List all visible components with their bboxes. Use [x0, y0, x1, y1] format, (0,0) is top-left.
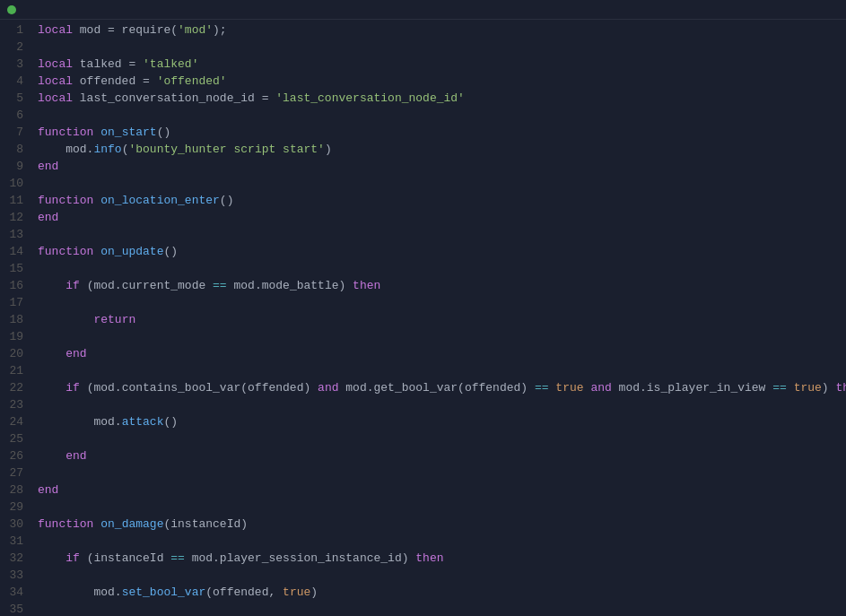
line-number: 11	[7, 192, 23, 209]
line-number: 27	[7, 464, 23, 482]
line-number: 21	[7, 362, 23, 379]
line-number: 32	[7, 550, 23, 567]
code-editor: 1234567891011121314151617181920212223242…	[0, 20, 846, 616]
code-line	[38, 430, 846, 447]
code-line: mod.set_bool_var(offended, true)	[38, 584, 846, 601]
code-line: mod.attack()	[38, 413, 846, 430]
code-line: if (instanceId == mod.player_session_ins…	[38, 550, 846, 567]
code-line	[38, 328, 846, 345]
line-number: 10	[7, 175, 23, 192]
line-number: 28	[7, 482, 23, 499]
code-line: function on_start()	[38, 124, 846, 141]
code-line: function on_location_enter()	[38, 192, 846, 209]
code-line: return	[38, 311, 846, 328]
line-number: 19	[7, 328, 23, 345]
code-line	[38, 601, 846, 616]
code-line	[38, 107, 846, 124]
line-numbers: 1234567891011121314151617181920212223242…	[0, 20, 34, 616]
line-number: 26	[7, 447, 23, 464]
file-icon	[7, 5, 16, 14]
line-number: 12	[7, 209, 23, 226]
line-number: 20	[7, 345, 23, 362]
code-line: end	[38, 209, 846, 226]
line-number: 24	[7, 413, 23, 430]
code-line	[38, 175, 846, 192]
line-number: 8	[7, 141, 23, 158]
line-number: 25	[7, 430, 23, 447]
code-line: end	[38, 482, 846, 499]
line-number: 22	[7, 379, 23, 396]
code-line	[38, 396, 846, 413]
code-line	[38, 464, 846, 482]
line-number: 4	[7, 73, 23, 90]
code-line: end	[38, 447, 846, 464]
line-number: 18	[7, 311, 23, 328]
code-line	[38, 226, 846, 243]
code-line	[38, 362, 846, 379]
line-number: 34	[7, 584, 23, 601]
line-number: 16	[7, 277, 23, 294]
line-number: 7	[7, 124, 23, 141]
line-number: 13	[7, 226, 23, 243]
code-line: if (mod.contains_bool_var(offended) and …	[38, 379, 846, 396]
line-number: 17	[7, 294, 23, 311]
line-number: 31	[7, 533, 23, 550]
code-line	[38, 533, 846, 550]
code-line: local offended = 'offended'	[38, 73, 846, 90]
line-number: 9	[7, 158, 23, 175]
title-bar	[0, 0, 846, 20]
code-line: end	[38, 345, 846, 362]
line-number: 14	[7, 243, 23, 260]
code-line	[38, 260, 846, 277]
code-line: local talked = 'talked'	[38, 56, 846, 73]
line-number: 5	[7, 90, 23, 107]
code-line: function on_update()	[38, 243, 846, 260]
code-line: local mod = require('mod');	[38, 22, 846, 39]
code-line	[38, 567, 846, 584]
line-number: 35	[7, 601, 23, 616]
line-number: 6	[7, 107, 23, 124]
code-line	[38, 499, 846, 516]
code-content[interactable]: local mod = require('mod'); local talked…	[34, 20, 846, 616]
code-line: mod.info('bounty_hunter script start')	[38, 141, 846, 158]
line-number: 33	[7, 567, 23, 584]
code-line	[38, 294, 846, 311]
code-line: if (mod.current_mode == mod.mode_battle)…	[38, 277, 846, 294]
line-number: 3	[7, 56, 23, 73]
code-line: local last_conversation_node_id = 'last_…	[38, 90, 846, 107]
code-line: function on_damage(instanceId)	[38, 516, 846, 533]
line-number: 23	[7, 396, 23, 413]
code-line	[38, 39, 846, 56]
line-number: 2	[7, 39, 23, 56]
line-number: 15	[7, 260, 23, 277]
line-number: 1	[7, 22, 23, 39]
line-number: 29	[7, 499, 23, 516]
line-number: 30	[7, 516, 23, 533]
code-line: end	[38, 158, 846, 175]
